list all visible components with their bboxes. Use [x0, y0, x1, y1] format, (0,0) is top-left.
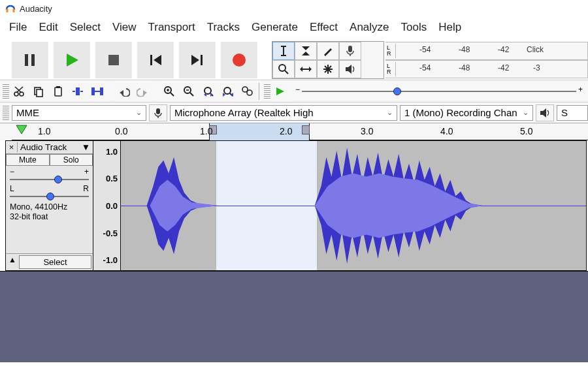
svg-line-46: [171, 93, 174, 96]
waveform-icon: [121, 141, 586, 270]
menu-generate[interactable]: Generate: [252, 21, 298, 34]
tracks-empty-area[interactable]: [0, 271, 588, 362]
zoom-in-button[interactable]: [159, 82, 179, 101]
scale-tick: -0.5: [103, 228, 118, 238]
playback-speed-slider[interactable]: − +: [295, 85, 583, 98]
tool-zoom[interactable]: [272, 60, 295, 78]
paste-button[interactable]: [48, 82, 68, 101]
zoom-toggle-button[interactable]: [238, 82, 257, 101]
menu-view[interactable]: View: [112, 21, 137, 34]
audio-host-select[interactable]: MME⌄: [12, 105, 146, 121]
svg-rect-35: [55, 87, 61, 96]
menu-tools[interactable]: Tools: [401, 21, 427, 34]
solo-button[interactable]: Solo: [50, 154, 93, 166]
ruler-tick: 4.0: [440, 126, 453, 136]
skip-start-button[interactable]: [137, 42, 174, 78]
track-title: Audio Track: [20, 142, 67, 152]
meter-spacer: [361, 42, 384, 60]
svg-marker-14: [302, 46, 310, 50]
play-button[interactable]: [54, 42, 90, 78]
ruler-tick: 1.0: [38, 126, 50, 136]
menu-transport[interactable]: Transport: [148, 21, 195, 34]
play-at-speed-button[interactable]: [270, 82, 290, 101]
stop-button[interactable]: [95, 42, 132, 78]
menu-effect[interactable]: Effect: [310, 21, 338, 34]
tool-record-meter-mic[interactable]: [339, 42, 361, 60]
tool-playback-meter-speaker[interactable]: [339, 60, 361, 78]
title-bar: Audacity: [0, 0, 588, 17]
silence-button[interactable]: [88, 82, 107, 101]
menu-bar: File Edit Select View Transport Tracks G…: [0, 17, 588, 40]
svg-point-19: [279, 65, 286, 71]
track-info-format: 32-bit float: [10, 212, 89, 222]
svg-rect-6: [150, 55, 152, 65]
menu-analyze[interactable]: Analyze: [350, 21, 389, 34]
undo-button[interactable]: [114, 82, 133, 101]
svg-marker-7: [154, 55, 161, 65]
recording-meter[interactable]: L R -54 -48 -42 Click: [385, 42, 588, 60]
svg-rect-37: [76, 87, 80, 95]
meter-hint: Click: [527, 45, 544, 54]
toolbar-grip[interactable]: [264, 84, 270, 99]
trim-button[interactable]: [68, 82, 88, 101]
svg-marker-16: [324, 48, 332, 56]
toolbar-grip[interactable]: [3, 106, 9, 120]
recording-device-select[interactable]: Microphone Array (Realtek High⌄: [170, 105, 397, 121]
timeline-selection[interactable]: [209, 123, 310, 140]
svg-line-20: [285, 70, 288, 74]
svg-rect-40: [91, 87, 95, 95]
tool-draw[interactable]: [317, 42, 339, 60]
pause-button[interactable]: [12, 42, 48, 78]
menu-file[interactable]: File: [9, 21, 27, 34]
track-menu-button[interactable]: Audio Track ▼: [18, 141, 93, 153]
mute-button[interactable]: Mute: [6, 154, 50, 166]
svg-point-52: [204, 87, 211, 94]
track-control-panel: × Audio Track ▼ Mute Solo − + L R Mono: [6, 141, 93, 270]
meters: L R -54 -48 -42 Click L R -54 -48 -42 -3: [385, 42, 588, 78]
track-format: Mono, 44100Hz 32-bit float: [6, 200, 93, 225]
fit-project-button[interactable]: [218, 82, 238, 101]
svg-point-56: [224, 87, 231, 94]
playback-device-select[interactable]: S: [557, 105, 588, 121]
track-close-button[interactable]: ×: [6, 142, 18, 152]
tool-multi[interactable]: [317, 60, 339, 78]
tool-selection[interactable]: [272, 42, 295, 60]
zoom-out-button[interactable]: [179, 82, 199, 101]
recording-channels-select[interactable]: 1 (Mono) Recording Chan⌄: [400, 105, 533, 121]
svg-rect-17: [348, 46, 352, 52]
svg-marker-65: [540, 108, 546, 117]
menu-edit[interactable]: Edit: [39, 21, 57, 34]
skip-end-button[interactable]: [179, 42, 216, 78]
playback-meter[interactable]: L R -54 -48 -42 -3: [385, 60, 588, 78]
recording-device-value: Microphone Array (Realtek High: [174, 107, 314, 118]
svg-marker-44: [143, 90, 147, 95]
copy-button[interactable]: [29, 82, 48, 101]
toolbar-grip[interactable]: [3, 84, 9, 99]
timeline-ruler[interactable]: 1.0 0.0 1.0 2.0 3.0 4.0 5.0: [12, 123, 588, 140]
vertical-scale[interactable]: 1.0 0.5 0.0 -0.5 -1.0: [93, 141, 121, 270]
ruler-tick: 1.0: [200, 126, 212, 136]
cut-button[interactable]: [9, 82, 29, 101]
menu-help[interactable]: Help: [438, 21, 461, 34]
pan-slider[interactable]: L R: [6, 183, 93, 200]
svg-rect-3: [31, 54, 35, 66]
svg-marker-4: [67, 54, 78, 67]
menu-tracks[interactable]: Tracks: [207, 21, 240, 34]
tool-timeshift[interactable]: [295, 60, 317, 78]
menu-select[interactable]: Select: [70, 21, 101, 34]
selection-right-handle[interactable]: [302, 125, 310, 134]
fit-selection-button[interactable]: [199, 82, 218, 101]
svg-marker-8: [191, 55, 199, 65]
gain-slider[interactable]: − +: [6, 166, 93, 183]
track-select-button[interactable]: Select: [19, 255, 91, 269]
meter-right-label: R: [387, 51, 394, 57]
svg-rect-41: [100, 87, 103, 95]
tool-envelope[interactable]: [295, 42, 317, 60]
redo-button[interactable]: [133, 82, 153, 101]
playhead-icon[interactable]: [16, 125, 29, 136]
scale-tick: -1.0: [103, 255, 118, 265]
waveform-canvas[interactable]: [121, 141, 586, 270]
svg-rect-1: [13, 8, 15, 12]
record-button[interactable]: [221, 42, 257, 78]
track-collapse-button[interactable]: ▲: [6, 254, 19, 270]
